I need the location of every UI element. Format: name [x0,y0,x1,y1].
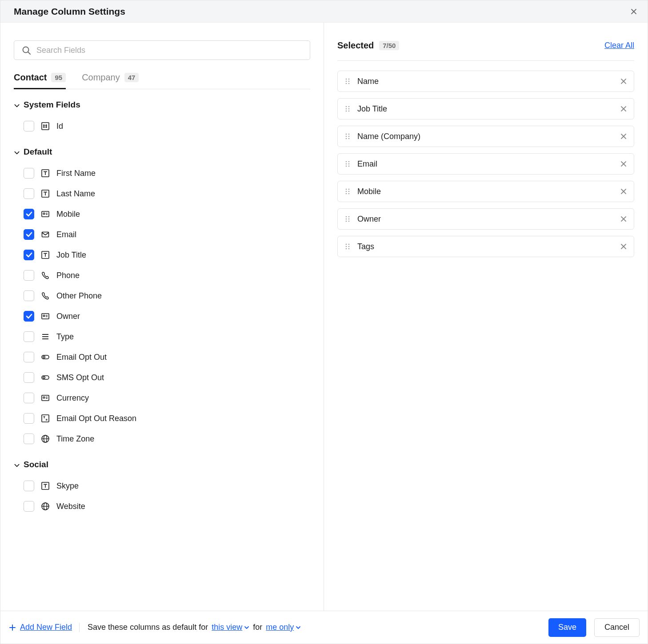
tab-label: Contact [14,72,47,83]
field-checkbox[interactable] [24,393,34,403]
selected-item[interactable]: Name (Company) [337,126,634,147]
plus-icon [8,624,16,632]
close-icon [630,8,638,16]
field-checkbox[interactable] [24,501,34,512]
phone-icon [40,270,50,280]
dialog-footer: Add New Field Save these columns as defa… [0,611,648,644]
field-checkbox[interactable] [24,311,34,322]
clear-all-link[interactable]: Clear All [604,41,634,50]
mail-icon [40,230,50,239]
close-icon [620,160,628,168]
field-row: Id [14,116,308,136]
search-input[interactable] [14,40,310,60]
toggle-icon [40,352,50,362]
available-fields-panel: Contact95Company47 System FieldsIdDefaul… [0,23,324,611]
field-checkbox[interactable] [24,209,34,219]
tab-contact[interactable]: Contact95 [14,72,66,89]
field-row: Job Title [14,245,308,265]
chevron-down-icon [14,461,20,468]
field-checkbox[interactable] [24,188,34,199]
group-header[interactable]: System Fields [14,100,308,110]
remove-item-button[interactable] [620,132,628,140]
textblock-icon [40,413,50,423]
field-checkbox[interactable] [24,121,34,131]
field-groups: System FieldsIdDefaultFirst NameLast Nam… [14,100,310,606]
field-row: Currency [14,388,308,408]
selected-item[interactable]: Email [337,153,634,175]
field-label: Mobile [56,210,80,219]
tab-label: Company [82,72,120,83]
field-label: Id [56,122,63,131]
selected-columns-panel: Selected 7/50 Clear All NameJob TitleNam… [324,23,648,611]
close-button[interactable] [630,8,638,16]
field-checkbox[interactable] [24,331,34,342]
selected-item-label: Mobile [357,187,613,196]
field-checkbox[interactable] [24,270,34,281]
selected-title-wrap: Selected 7/50 [337,40,399,51]
field-row: Email Opt Out [14,347,308,367]
field-label: First Name [56,169,96,178]
field-label: Type [56,332,74,342]
scope-user-dropdown[interactable]: me only [266,623,301,632]
selected-item[interactable]: Job Title [337,98,634,119]
add-new-field-link[interactable]: Add New Field [8,623,80,632]
search-icon [22,46,31,55]
field-label: Skype [56,481,79,491]
remove-item-button[interactable] [620,160,628,168]
selected-count-badge: 7/50 [379,41,399,50]
remove-item-button[interactable] [620,242,628,250]
card-icon [40,393,50,403]
drag-handle-icon[interactable] [344,160,351,168]
remove-item-button[interactable] [620,77,628,85]
field-row: Phone [14,265,308,286]
close-icon [620,77,628,85]
field-checkbox[interactable] [24,372,34,383]
remove-item-button[interactable] [620,105,628,113]
field-row: Other Phone [14,286,308,306]
save-button[interactable]: Save [548,618,586,637]
tab-company[interactable]: Company47 [82,72,139,89]
field-checkbox[interactable] [24,352,34,362]
selected-item[interactable]: Name [337,71,634,92]
scope-view-label: this view [212,623,242,632]
drag-handle-icon[interactable] [344,77,351,85]
selected-item-label: Name [357,77,613,86]
selected-item[interactable]: Mobile [337,181,634,202]
group-header[interactable]: Social [14,460,308,469]
field-checkbox[interactable] [24,229,34,240]
field-row: SMS Opt Out [14,367,308,388]
chevron-down-icon [296,625,301,630]
remove-item-button[interactable] [620,215,628,223]
text-icon [40,481,50,491]
field-checkbox[interactable] [24,433,34,444]
field-group: System FieldsId [14,100,308,136]
selected-item-label: Job Title [357,104,613,114]
cancel-button[interactable]: Cancel [594,618,640,637]
drag-handle-icon[interactable] [344,132,351,140]
field-checkbox[interactable] [24,290,34,301]
drag-handle-icon[interactable] [344,187,351,195]
field-checkbox[interactable] [24,250,34,260]
field-checkbox[interactable] [24,481,34,491]
field-row: Email [14,224,308,245]
field-label: SMS Opt Out [56,373,104,382]
drag-handle-icon[interactable] [344,215,351,223]
field-checkbox[interactable] [24,413,34,424]
field-label: Job Title [56,250,86,260]
drag-handle-icon[interactable] [344,242,351,250]
remove-item-button[interactable] [620,187,628,195]
field-label: Time Zone [56,434,94,444]
field-checkbox[interactable] [24,168,34,179]
selected-item[interactable]: Tags [337,236,634,257]
field-label: Currency [56,394,89,403]
close-icon [620,132,628,140]
dialog-title: Manage Column Settings [14,6,125,17]
group-header[interactable]: Default [14,147,308,157]
field-source-tabs: Contact95Company47 [14,72,310,89]
selected-item[interactable]: Owner [337,208,634,230]
field-group: DefaultFirst NameLast NameMobileEmailJob… [14,147,308,449]
drag-handle-icon[interactable] [344,105,351,113]
text-icon [40,189,50,199]
check-icon [25,312,33,320]
scope-view-dropdown[interactable]: this view [212,623,249,632]
